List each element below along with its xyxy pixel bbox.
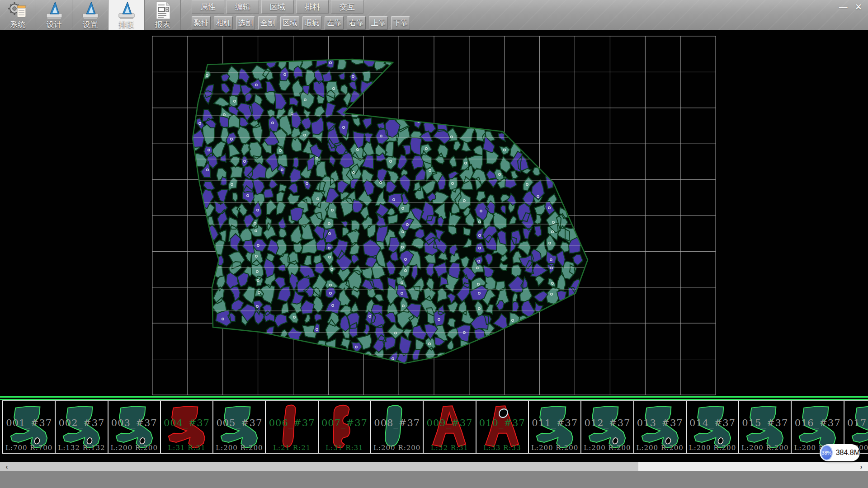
action-button-1[interactable]: 聚排	[192, 16, 211, 30]
scrollbar-thumb[interactable]	[0, 462, 638, 471]
piece-thumbnail-005_#37[interactable]: 005_#37L:200 R:200	[213, 400, 266, 454]
window-controls: — ✕	[835, 1, 866, 13]
mode-button-label: 排版	[119, 20, 134, 29]
piece-shape	[57, 402, 105, 452]
piece-thumbnail-007_#37[interactable]: 007_#37L:31 R:31	[319, 400, 371, 454]
strip-separator-line	[0, 396, 868, 398]
piece-thumbnail-002_#37[interactable]: 002_#37L:132 R:132	[56, 400, 108, 454]
piece-thumbnail-013_#37[interactable]: 013_#37L:200 R:200	[634, 400, 687, 454]
piece-thumbnail-015_#37[interactable]: 015_#37L:200 R:200	[739, 400, 792, 454]
piece-shape	[110, 402, 158, 452]
mode-button-label: 设计	[47, 20, 62, 29]
menu-tabs: 属性编辑区域排料交互	[192, 0, 366, 14]
action-button-5[interactable]: 区域	[280, 16, 299, 30]
piece-thumbnail-006_#37[interactable]: 006_#37L:21 R:21	[266, 400, 318, 454]
piece-shape	[373, 402, 421, 452]
piece-shape	[636, 402, 684, 452]
system-icon	[8, 1, 28, 20]
piece-shape	[478, 402, 526, 452]
action-button-8[interactable]: 右靠	[347, 16, 366, 30]
piece-shape	[321, 402, 368, 452]
mode-button-3[interactable]: 设置	[72, 0, 108, 30]
piece-thumbnail-011_#37[interactable]: 011_#37L:200 R:200	[529, 400, 581, 454]
piece-thumbnail-014_#37[interactable]: 014_#37L:200 R:200	[687, 400, 739, 454]
piece-shape	[741, 402, 789, 452]
mode-button-label: 系统	[10, 20, 26, 29]
piece-shape	[425, 402, 473, 452]
scroll-right-arrow-icon[interactable]: ›	[854, 462, 868, 471]
piece-thumbnail-009_#37[interactable]: 009_#37L:32 R:31	[424, 400, 476, 454]
action-button-2[interactable]: 相机	[214, 16, 233, 30]
menu-tab-1[interactable]: 属性	[192, 0, 224, 14]
ruler-icon	[80, 1, 100, 20]
piece-thumbnail-012_#37[interactable]: 012_#37L:200 R:200	[581, 400, 634, 454]
menu-tab-2[interactable]: 编辑	[226, 0, 259, 14]
action-buttons-row: 聚排相机选割全割区域瑕疵左靠右靠上靠下靠	[192, 16, 413, 30]
action-button-3[interactable]: 选割	[236, 16, 255, 30]
piece-shape	[531, 402, 579, 452]
cpu-percent-indicator: 38%	[821, 445, 833, 460]
menu-tab-3[interactable]: 区域	[261, 0, 294, 14]
piece-shape	[163, 402, 211, 452]
piece-shape	[215, 402, 263, 452]
memory-usage-badge: 38% 384.8M	[820, 444, 860, 461]
piece-thumbnail-strip: 001_#37L:700 R:700002_#37L:132 R:132003_…	[0, 400, 868, 454]
ruler-icon	[44, 1, 64, 20]
action-button-4[interactable]: 全割	[258, 16, 277, 30]
piece-thumbnail-003_#37[interactable]: 003_#37L:200 R:200	[108, 400, 161, 454]
ruler-icon	[117, 1, 137, 20]
mode-button-4[interactable]: 排版	[108, 0, 145, 30]
close-button[interactable]: ✕	[851, 1, 866, 13]
piece-thumbnail-004_#37[interactable]: 004_#37L:31 R:31	[161, 400, 213, 454]
piece-shape	[689, 402, 736, 452]
memory-usage-label: 384.8M	[836, 449, 860, 457]
mode-button-5[interactable]: 报表	[145, 0, 181, 30]
menu-tab-4[interactable]: 排料	[296, 0, 329, 14]
action-button-7[interactable]: 左靠	[325, 16, 344, 30]
action-button-6[interactable]: 瑕疵	[302, 16, 321, 30]
action-button-9[interactable]: 上靠	[369, 16, 388, 30]
main-mode-buttons: 系统设计设置排版报表	[0, 0, 181, 30]
menu-tab-5[interactable]: 交互	[331, 0, 363, 14]
status-bar	[0, 471, 868, 488]
piece-thumbnail-010_#37[interactable]: 010_#37L:33 R:33	[476, 400, 529, 454]
piece-thumbnail-008_#37[interactable]: 008_#37L:200 R:200	[371, 400, 424, 454]
report-icon	[153, 1, 173, 20]
strip-separator-line-2	[0, 399, 868, 400]
nesting-app-window: 系统设计设置排版报表 属性编辑区域排料交互 聚排相机选割全割区域瑕疵左靠右靠上靠…	[0, 0, 868, 488]
scroll-left-arrow-icon[interactable]: ‹	[0, 462, 14, 471]
piece-thumbnail-001_#37[interactable]: 001_#37L:700 R:700	[2, 400, 56, 454]
mode-button-1[interactable]: 系统	[0, 0, 36, 30]
piece-shape	[5, 402, 53, 452]
piece-shape	[583, 402, 631, 452]
mode-button-label: 报表	[155, 20, 170, 29]
mode-button-2[interactable]: 设计	[36, 0, 72, 30]
horizontal-scrollbar[interactable]: ‹ ›	[0, 462, 868, 471]
mode-button-label: 设置	[83, 20, 98, 29]
action-button-10[interactable]: 下靠	[391, 16, 410, 30]
toolbar: 系统设计设置排版报表 属性编辑区域排料交互 聚排相机选割全割区域瑕疵左靠右靠上靠…	[0, 0, 868, 31]
minimize-button[interactable]: —	[835, 1, 851, 13]
piece-shape	[268, 402, 316, 452]
